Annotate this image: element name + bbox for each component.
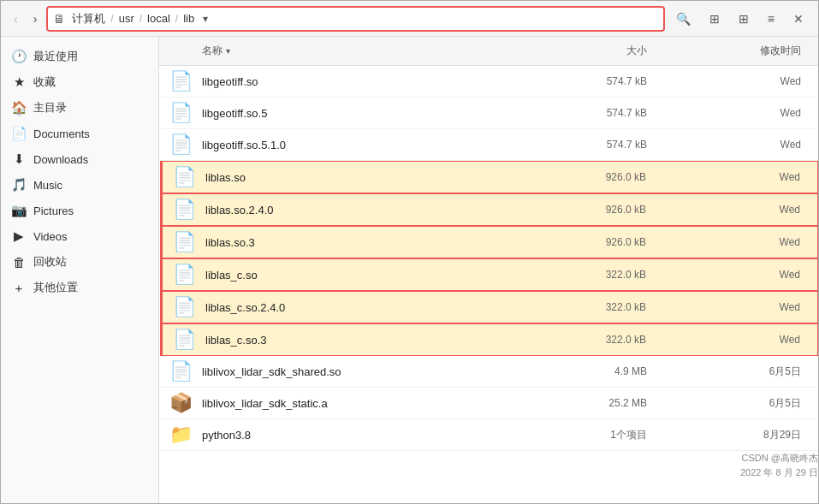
file-name: liblas_c.so.3 — [205, 334, 561, 347]
sidebar-item-home[interactable]: 🏠 主目录 — [1, 95, 158, 121]
file-icon-cell: 📄 — [159, 360, 202, 382]
file-type-icon: 📄 — [173, 199, 196, 221]
menu-button[interactable]: ≡ — [760, 7, 782, 31]
column-header-name[interactable]: 名称 ▾ — [159, 40, 561, 62]
file-size: 322.0 kB — [561, 269, 663, 281]
sidebar-item-music[interactable]: 🎵 Music — [1, 172, 158, 198]
watermark-line1: CSDN @高晓咚杰 — [159, 451, 818, 465]
file-type-icon: 📄 — [173, 231, 196, 253]
file-type-icon: 📄 — [173, 329, 196, 351]
sidebar-label-documents: Documents — [33, 127, 90, 140]
computer-icon: 🖥 — [53, 12, 65, 26]
file-name: liblas.so.2.4.0 — [205, 204, 561, 216]
file-name: libgeotiff.so — [202, 75, 561, 88]
file-date: Wed — [663, 204, 817, 216]
file-size: 574.7 kB — [561, 107, 664, 119]
breadcrumb-sep-3: / — [175, 13, 178, 25]
file-list-header: 名称 ▾ 大小 修改时间 — [159, 37, 818, 66]
table-row[interactable]: 📄 libgeotiff.so 574.7 kB Wed — [159, 66, 818, 98]
table-row[interactable]: 📄 liblivox_lidar_sdk_shared.so 4.9 MB 6月… — [159, 356, 818, 388]
forward-button[interactable]: › — [27, 8, 44, 30]
file-date: Wed — [664, 75, 818, 87]
file-size: 926.0 kB — [561, 171, 663, 183]
sidebar-label-pictures: Pictures — [33, 205, 74, 217]
file-date: Wed — [663, 171, 817, 183]
file-size: 574.7 kB — [561, 75, 664, 87]
search-button[interactable]: 🔍 — [668, 7, 698, 31]
sidebar: 🕐 最近使用 ★ 收藏 🏠 主目录 📄 Documents ⬇ Download… — [1, 37, 159, 503]
file-type-icon: 📄 — [169, 102, 193, 124]
file-icon-cell: 📄 — [163, 199, 205, 221]
sidebar-item-recent[interactable]: 🕐 最近使用 — [1, 44, 158, 69]
file-size: 25.2 MB — [561, 397, 664, 409]
file-size: 322.0 kB — [561, 334, 663, 346]
table-row[interactable]: 📄 liblas.so.3 926.0 kB Wed — [160, 226, 818, 258]
back-button[interactable]: ‹ — [8, 8, 24, 30]
breadcrumb-usr[interactable]: usr — [116, 11, 138, 26]
file-date: 6月5日 — [664, 396, 818, 411]
file-icon-cell: 📁 — [159, 424, 202, 446]
music-icon: 🎵 — [11, 177, 27, 193]
file-list-container: 名称 ▾ 大小 修改时间 📄 libgeotiff.so 574.7 kB We… — [159, 37, 818, 503]
file-size: 574.7 kB — [561, 139, 664, 151]
table-row[interactable]: 📄 liblas_c.so 322.0 kB Wed — [160, 258, 818, 291]
table-row[interactable]: 📁 python3.8 1个项目 8月29日 — [159, 419, 818, 451]
file-list-body: 📄 libgeotiff.so 574.7 kB Wed 📄 libgeotif… — [159, 66, 818, 451]
breadcrumb-sep-1: / — [110, 13, 113, 25]
grid-view-button[interactable]: ⊞ — [702, 7, 727, 31]
file-icon-cell: 📄 — [163, 264, 205, 286]
file-date: 8月29日 — [664, 428, 818, 442]
file-date: Wed — [663, 236, 817, 248]
sidebar-label-music: Music — [33, 179, 62, 192]
file-name: libgeotiff.so.5 — [202, 107, 561, 120]
sidebar-item-trash[interactable]: 🗑 回收站 — [1, 249, 158, 275]
pictures-icon: 📷 — [11, 203, 27, 218]
file-date: 6月5日 — [664, 365, 818, 379]
trash-icon: 🗑 — [11, 255, 27, 270]
breadcrumb-sep-2: / — [139, 13, 142, 25]
file-icon-cell: 📄 — [163, 166, 205, 188]
file-date: Wed — [663, 301, 817, 313]
file-type-icon: 📦 — [169, 392, 193, 414]
sidebar-item-documents[interactable]: 📄 Documents — [1, 121, 158, 146]
breadcrumb-lib[interactable]: lib — [180, 11, 198, 26]
close-button[interactable]: ✕ — [786, 7, 811, 31]
sidebar-item-favorites[interactable]: ★ 收藏 — [1, 69, 158, 95]
file-name: python3.8 — [202, 429, 561, 442]
breadcrumb-local[interactable]: local — [144, 11, 174, 26]
sidebar-item-videos[interactable]: ▶ Videos — [1, 223, 158, 249]
sidebar-label-recent: 最近使用 — [33, 49, 78, 64]
file-icon-cell: 📄 — [159, 102, 202, 124]
sidebar-item-other-locations[interactable]: + 其他位置 — [1, 275, 158, 300]
file-size: 1个项目 — [561, 428, 664, 442]
breadcrumb-bar: 🖥 计算机 / usr / local / lib ▾ — [46, 6, 664, 32]
file-type-icon: 📄 — [169, 70, 193, 92]
file-date: Wed — [664, 107, 818, 119]
sidebar-label-other-locations: 其他位置 — [33, 280, 78, 295]
sidebar-label-videos: Videos — [33, 230, 68, 243]
table-row[interactable]: 📄 liblas_c.so.2.4.0 322.0 kB Wed — [160, 291, 818, 323]
table-row[interactable]: 📄 liblas.so.2.4.0 926.0 kB Wed — [160, 193, 818, 226]
file-type-icon: 📄 — [173, 166, 196, 188]
table-row[interactable]: 📄 liblas.so 926.0 kB Wed — [160, 161, 818, 193]
column-header-size: 大小 — [561, 44, 664, 58]
file-name: liblivox_lidar_sdk_static.a — [202, 397, 561, 410]
file-date: Wed — [663, 269, 817, 281]
file-icon-cell: 📄 — [163, 296, 205, 318]
file-type-icon: 📁 — [169, 424, 193, 446]
home-icon: 🏠 — [11, 100, 27, 116]
table-row[interactable]: 📄 libgeotiff.so.5 574.7 kB Wed — [159, 98, 818, 129]
breadcrumb-dropdown-button[interactable]: ▾ — [199, 11, 211, 27]
file-icon-cell: 📦 — [159, 392, 202, 414]
sidebar-item-pictures[interactable]: 📷 Pictures — [1, 198, 158, 223]
table-row[interactable]: 📄 liblas_c.so.3 322.0 kB Wed — [160, 323, 818, 356]
videos-icon: ▶ — [11, 228, 27, 244]
table-row[interactable]: 📄 libgeotiff.so.5.1.0 574.7 kB Wed — [159, 129, 818, 161]
sidebar-item-downloads[interactable]: ⬇ Downloads — [1, 146, 158, 172]
sidebar-label-home: 主目录 — [33, 100, 67, 116]
table-row[interactable]: 📦 liblivox_lidar_sdk_static.a 25.2 MB 6月… — [159, 388, 818, 419]
file-icon-cell: 📄 — [163, 329, 205, 351]
view-options-button[interactable]: ⊞ — [731, 7, 757, 31]
breadcrumb-computer[interactable]: 计算机 — [68, 10, 109, 27]
file-date: Wed — [664, 139, 818, 151]
